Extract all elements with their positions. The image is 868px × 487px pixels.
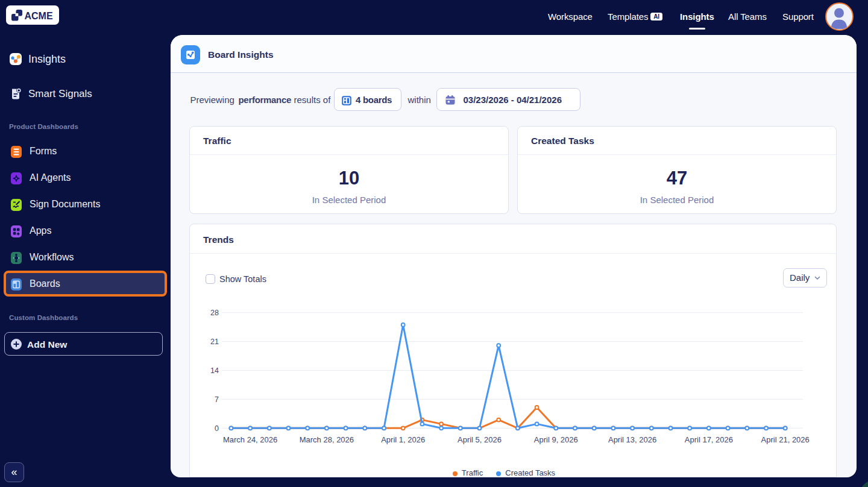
svg-text:ACME: ACME	[25, 11, 53, 21]
svg-text:14: 14	[210, 366, 219, 375]
svg-text:March 24, 2026: March 24, 2026	[223, 435, 277, 444]
svg-text:March 28, 2026: March 28, 2026	[300, 435, 354, 444]
svg-text:7: 7	[215, 395, 219, 404]
svg-text:0: 0	[215, 424, 219, 433]
svg-text:April 21, 2026: April 21, 2026	[761, 435, 810, 444]
svg-text:April 17, 2026: April 17, 2026	[685, 435, 733, 444]
svg-text:21: 21	[210, 338, 219, 346]
svg-text:April 13, 2026: April 13, 2026	[608, 435, 656, 444]
svg-text:April 5, 2026: April 5, 2026	[458, 435, 502, 444]
svg-text:April 1, 2026: April 1, 2026	[381, 435, 425, 444]
svg-text:28: 28	[210, 309, 219, 317]
svg-text:April 9, 2026: April 9, 2026	[534, 435, 578, 444]
